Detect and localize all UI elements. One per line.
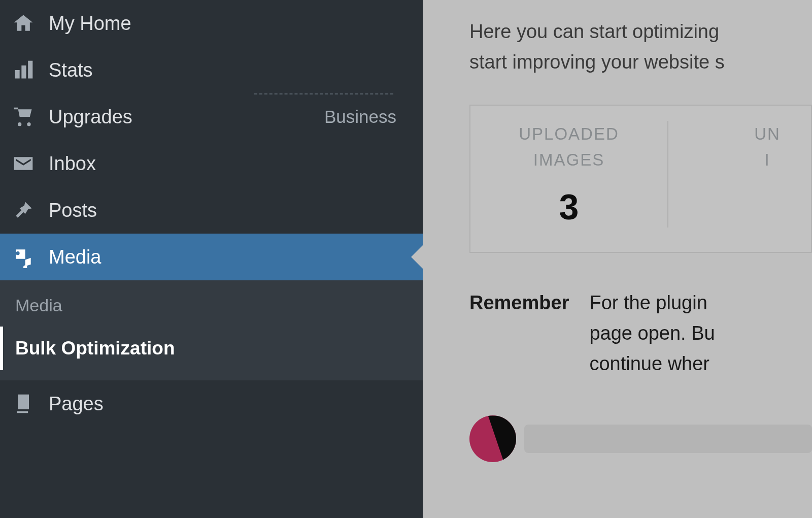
svg-rect-1: [21, 66, 26, 79]
sidebar-item-posts[interactable]: Posts: [0, 187, 423, 234]
intro-line: Here you can start optimizing: [469, 16, 812, 47]
stat-label: UN I: [754, 121, 781, 173]
main-content: Here you can start optimizing start impr…: [423, 0, 812, 518]
sidebar-item-label: Stats: [49, 59, 411, 81]
stat-value: 3: [559, 187, 579, 228]
progress-row: [469, 415, 812, 462]
pages-icon: [12, 393, 35, 415]
pin-icon: [12, 199, 35, 221]
sidebar-item-upgrades[interactable]: Upgrades Business: [0, 93, 423, 140]
svg-rect-2: [28, 61, 32, 79]
media-icon: [12, 246, 35, 268]
sidebar-item-label: Posts: [49, 200, 411, 221]
sidebar-submenu-header[interactable]: Media: [0, 284, 423, 327]
home-icon: [12, 12, 35, 35]
sidebar-submenu: Media Bulk Optimization: [0, 280, 423, 380]
sidebar-item-inbox[interactable]: Inbox: [0, 140, 423, 187]
sidebar-item-label: Pages: [49, 393, 411, 415]
submenu-item-label: Bulk Optimization: [15, 338, 175, 359]
remember-line: For the plugin: [589, 287, 715, 318]
sidebar-item-stats[interactable]: Stats: [0, 47, 423, 93]
sidebar-item-meta: Business: [324, 107, 411, 127]
remember-body: For the plugin page open. Bu continue wh…: [589, 287, 715, 379]
sidebar-item-label: Upgrades: [49, 106, 310, 128]
intro-text: Here you can start optimizing start impr…: [469, 16, 812, 77]
svg-rect-0: [15, 70, 20, 79]
stat-label: UPLOADED IMAGES: [519, 121, 619, 173]
stats-card: UPLOADED IMAGES 3 UN I: [469, 105, 812, 253]
bar-chart-icon: [12, 59, 35, 81]
sidebar-submenu-item-bulk-optimization[interactable]: Bulk Optimization: [0, 327, 423, 370]
intro-line: start improving your website s: [469, 47, 812, 77]
sidebar-item-label: Inbox: [49, 153, 411, 175]
dashed-divider: [254, 93, 393, 94]
envelope-icon: [12, 152, 35, 175]
remember-note: Remember For the plugin page open. Bu co…: [469, 287, 812, 379]
stat-uploaded-images: UPLOADED IMAGES 3: [470, 121, 668, 228]
remember-label: Remember: [469, 287, 569, 379]
remember-line: page open. Bu: [589, 318, 715, 348]
progress-indicator-icon: [469, 415, 516, 462]
sidebar-item-media[interactable]: Media: [0, 234, 423, 280]
sidebar-item-label: My Home: [49, 13, 411, 35]
sidebar-item-label: Media: [49, 246, 411, 268]
sidebar-item-pages[interactable]: Pages: [0, 380, 423, 427]
progress-bar[interactable]: [524, 425, 812, 453]
sidebar-item-my-home[interactable]: My Home: [0, 0, 423, 47]
submenu-title: Media: [15, 296, 62, 315]
stat-unoptimized: UN I: [668, 121, 812, 228]
remember-line: continue wher: [589, 348, 715, 379]
cart-icon: [12, 106, 35, 128]
sidebar: My Home Stats Upgrades Business Inbox Po…: [0, 0, 423, 518]
